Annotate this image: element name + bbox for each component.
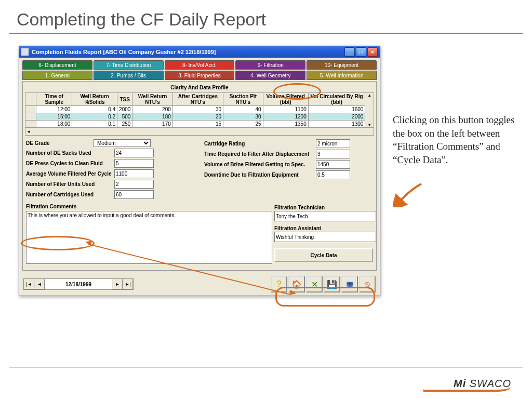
grid-cell[interactable]: 1300 (308, 121, 365, 128)
arrow-icon (393, 181, 448, 207)
tab[interactable]: 3- Fluid Properties (165, 71, 235, 80)
grid-cell[interactable]: 30 (223, 113, 263, 121)
cycles-label: DE Press Cycles to Clean Fluid (26, 161, 114, 166)
grid-cell[interactable]: 30 (172, 106, 223, 113)
tab[interactable]: 7- Time Distribution (94, 60, 164, 70)
home-icon[interactable]: 🏠 (288, 276, 305, 292)
record-navigator: |◄ ◄ 12/18/1999 ► ►| (23, 278, 134, 290)
grid-cell[interactable]: 2000 (117, 106, 132, 113)
brand-logo: Mi SWACO (454, 378, 511, 390)
grid-header: Well Return %Solids (72, 93, 117, 106)
comments-textarea[interactable]: This is where you are allowed to input a… (26, 211, 272, 264)
clarity-grid[interactable]: Time of SampleWell Return %SolidsTSSWell… (25, 92, 365, 128)
nav-next-button[interactable]: ► (112, 279, 123, 289)
grid-cell[interactable]: 200 (132, 106, 172, 113)
tab-row-top: 6- Displacement7- Time Distribution8- In… (22, 60, 377, 70)
grid-cell[interactable]: 2000 (308, 113, 365, 121)
grid-hscroll[interactable]: ◄ (25, 128, 374, 136)
tab[interactable]: 1- General (22, 71, 92, 80)
nav-first-button[interactable]: |◄ (24, 279, 34, 289)
grid-title: Clarity And Data Profile (25, 85, 374, 90)
rating-label: Cartridge Rating (204, 141, 316, 147)
tab[interactable]: 5- Well Information (307, 71, 377, 80)
time-label: Time Required to Filter After Displaceme… (204, 151, 316, 157)
brine-input[interactable] (316, 160, 350, 169)
assist-input[interactable] (274, 232, 376, 242)
grid-header: After Cartridges NTU's (172, 93, 223, 106)
grid-cell[interactable]: 1350 (263, 121, 308, 128)
titlebar: Completion Fluids Report [ABC Oil Compan… (19, 46, 380, 58)
de-grade-select[interactable]: Medium (94, 139, 151, 147)
tech-input[interactable] (274, 211, 376, 221)
grid-header: Time of Sample (36, 93, 72, 106)
annotation-text: Clicking on this button toggles the box … (393, 113, 516, 167)
tab[interactable]: 6- Displacement (22, 60, 92, 70)
rating-input[interactable] (316, 139, 350, 148)
brine-label: Volume of Brine Filtered Getting to Spec… (204, 162, 316, 167)
grid-cell[interactable]: 0.2 (72, 113, 117, 121)
time-input[interactable] (316, 150, 350, 158)
avgvol-label: Average Volume Filtered Per Cycle (26, 171, 114, 177)
carts-label: Number of Cartridges Used (26, 192, 114, 197)
grid-cell[interactable]: 20 (172, 113, 223, 121)
tab[interactable]: 8- Inv/Vol Acct. (165, 60, 235, 70)
exit-icon[interactable]: ⎋ (359, 276, 376, 292)
assist-label: Filtration Assistant (274, 225, 373, 231)
grid-cell[interactable]: 40 (223, 106, 263, 113)
grid-header: Volume Filtered (bbl) (263, 93, 308, 106)
grid-cell[interactable]: 170 (132, 121, 172, 128)
grid-cell[interactable]: 18:00 (36, 121, 72, 128)
de-grade-label: DE Grade (26, 140, 94, 146)
minimize-button[interactable]: _ (344, 47, 355, 57)
comments-heading: Filtration Comments (26, 204, 269, 209)
close-button[interactable]: × (367, 47, 378, 57)
carts-input[interactable] (114, 190, 154, 199)
grid-header: TSS (117, 93, 132, 106)
tab-row-bottom: 1- General2- Pumps / Bits3- Fluid Proper… (22, 71, 377, 80)
app-window: Completion Fluids Report [ABC Oil Compan… (19, 46, 380, 296)
grid-cell[interactable]: 0.4 (72, 106, 117, 113)
tab[interactable]: 2- Pumps / Bits (94, 71, 164, 80)
grid-cell[interactable]: 12:00 (36, 106, 72, 113)
units-label: Number of Filter Units Used (26, 181, 114, 187)
nav-prev-button[interactable]: ◄ (34, 279, 45, 289)
down-input[interactable] (316, 170, 350, 179)
app-icon (21, 48, 29, 56)
grid-vscroll[interactable]: ▲▼ (365, 92, 374, 128)
main-panel: Clarity And Data Profile Time of SampleW… (22, 81, 377, 271)
grid-cell[interactable]: 1100 (263, 106, 308, 113)
footer-divider (9, 367, 523, 368)
units-input[interactable] (114, 180, 154, 189)
sacks-input[interactable] (114, 149, 154, 157)
nav-last-button[interactable]: ►| (123, 279, 133, 289)
grid-header: Well Return NTU's (132, 93, 172, 106)
cycle-data-button[interactable]: Cycle Data (274, 248, 373, 262)
help-icon[interactable]: ? (271, 276, 287, 292)
save-icon[interactable]: 💾 (324, 276, 340, 292)
grid-header: Vol Circulated By Rig (bbl) (308, 93, 365, 106)
tab[interactable]: 9- Filtration (235, 60, 305, 70)
avgvol-input[interactable] (114, 169, 154, 178)
window-title: Completion Fluids Report [ABC Oil Compan… (32, 49, 343, 55)
tech-label: Filtration Technician (274, 205, 373, 210)
tab[interactable]: 4- Well Geometry (235, 71, 305, 80)
grid-cell[interactable]: 25 (223, 121, 263, 128)
cycles-input[interactable] (114, 159, 154, 168)
export-icon[interactable]: ✕ (306, 276, 323, 292)
grid-cell[interactable]: 0.1 (72, 121, 117, 128)
grid-cell[interactable]: 500 (117, 113, 132, 121)
sacks-label: Number of DE Sacks Used (26, 150, 114, 156)
grid-cell[interactable]: 1200 (263, 113, 308, 121)
nav-date: 12/18/1999 (45, 282, 112, 287)
grid-cell[interactable]: 250 (117, 121, 132, 128)
grid-cell[interactable]: 180 (132, 113, 172, 121)
calc-icon[interactable]: ▦ (341, 276, 358, 292)
grid-cell[interactable]: 1600 (308, 106, 365, 113)
grid-header: Suction Pit NTU's (223, 93, 263, 106)
grid-cell[interactable]: 15:00 (36, 113, 72, 121)
down-label: Downtime Due to Filtration Equipment (204, 172, 316, 178)
tab[interactable]: 10- Equipment (307, 60, 377, 70)
slide-title: Completing the CF Daily Report (0, 0, 532, 32)
grid-cell[interactable]: 15 (172, 121, 223, 128)
maximize-button[interactable]: □ (356, 47, 366, 57)
